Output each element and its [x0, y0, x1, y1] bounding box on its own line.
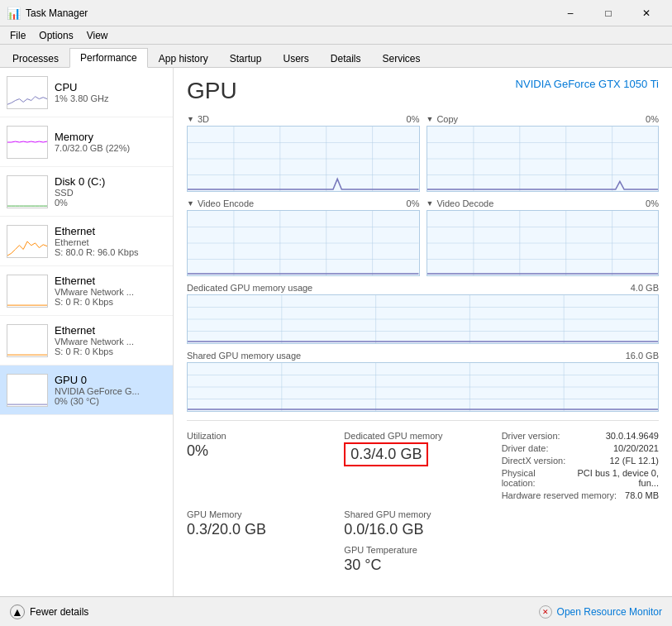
close-button[interactable]: ✕: [627, 0, 665, 26]
tab-performance[interactable]: Performance: [69, 48, 148, 68]
driver-version-value: 30.0.14.9649: [606, 431, 659, 441]
tab-processes[interactable]: Processes: [2, 49, 69, 68]
ethernet2-name: Ethernet: [55, 275, 166, 287]
tab-users[interactable]: Users: [272, 49, 319, 68]
directx-label: DirectX version:: [502, 456, 566, 466]
utilization-value: 0%: [187, 442, 337, 460]
ethernet3-stat: S: 0 R: 0 Kbps: [55, 346, 166, 356]
directx-row: DirectX version: 12 (FL 12.1): [502, 456, 659, 466]
chart-dedicated-label: Dedicated GPU memory usage: [187, 283, 312, 293]
sidebar-item-ethernet1[interactable]: Ethernet Ethernet S: 80.0 R: 96.0 Kbps: [0, 217, 173, 266]
app-title: Task Manager: [26, 7, 88, 19]
physical-location-row: Physical location: PCI bus 1, device 0, …: [502, 468, 659, 488]
fewer-details-label: Fewer details: [30, 606, 88, 618]
tab-app-history[interactable]: App history: [148, 49, 219, 68]
chevron-vdecode-icon: ▼: [427, 199, 434, 208]
gpu-subtitle: NVIDIA GeForce GTX 1050 Ti: [516, 78, 659, 90]
fewer-details-button[interactable]: ▲ Fewer details: [10, 604, 88, 619]
chart-video-encode: ▼ Video Encode 0%: [187, 198, 420, 276]
menu-bar: File Options View: [0, 26, 672, 45]
tab-bar: Processes Performance App history Startu…: [0, 45, 672, 68]
driver-date-row: Driver date: 10/20/2021: [502, 443, 659, 453]
sidebar-item-gpu[interactable]: GPU 0 NVIDIA GeForce G... 0% (30 °C): [0, 366, 173, 415]
minimize-button[interactable]: –: [551, 0, 589, 26]
chart-3d-label-text: ▼ 3D: [187, 114, 209, 124]
cpu-info: CPU 1% 3.80 GHz: [55, 81, 166, 103]
memory-name: Memory: [55, 131, 166, 143]
ethernet2-sub: VMware Network ...: [55, 287, 166, 297]
gpu-sub: NVIDIA GeForce G...: [55, 386, 166, 396]
tab-services[interactable]: Services: [372, 49, 431, 68]
chart-shared-canvas: [187, 362, 659, 412]
sidebar-item-cpu[interactable]: .cpu-fill{fill:none;stroke:#77b;stroke-w…: [0, 68, 173, 117]
disk-stat: 0%: [55, 198, 166, 208]
chevron-copy-icon: ▼: [427, 115, 434, 123]
gpu-temp-label: GPU Temperature: [344, 545, 494, 555]
driver-date-label: Driver date:: [502, 443, 549, 453]
chart-vencode-canvas: [187, 210, 420, 276]
chevron-up-icon: ▲: [10, 604, 25, 619]
menu-options[interactable]: Options: [32, 28, 79, 43]
maximize-button[interactable]: □: [589, 0, 627, 26]
footer: ▲ Fewer details ✕ Open Resource Monitor: [0, 596, 672, 626]
gpu-memory-value: 0.3/20.0 GB: [187, 521, 337, 538]
ethernet2-stat: S: 0 R: 0 Kbps: [55, 297, 166, 307]
chart-3d-label: ▼ 3D 0%: [187, 114, 420, 124]
sidebar-item-memory[interactable]: Memory 7.0/32.0 GB (22%): [0, 117, 173, 167]
cpu-thumbnail: .cpu-fill{fill:none;stroke:#77b;stroke-w…: [7, 76, 48, 109]
stat-utilization: Utilization 0%: [187, 428, 344, 506]
sidebar-item-ethernet3[interactable]: Ethernet VMware Network ... S: 0 R: 0 Kb…: [0, 316, 173, 366]
chart-copy-name: Copy: [436, 114, 458, 124]
title-bar-left: 📊 Task Manager: [7, 7, 88, 20]
chart-vdecode-name: Video Decode: [436, 198, 493, 208]
resource-monitor-icon: ✕: [539, 605, 552, 619]
disk-sub: SSD: [55, 188, 166, 198]
open-resource-monitor-button[interactable]: ✕ Open Resource Monitor: [539, 605, 662, 619]
sidebar-item-disk[interactable]: Disk 0 (C:) SSD 0%: [0, 167, 173, 217]
shared-gpu-memory-value: 0.0/16.0 GB: [344, 521, 494, 538]
chart-copy-label-text: ▼ Copy: [427, 114, 459, 124]
content-area: GPU NVIDIA GeForce GTX 1050 Ti ▼ 3D 0%: [174, 68, 672, 596]
ethernet3-thumbnail: [7, 324, 48, 357]
chart-vdecode-label-text: ▼ Video Decode: [427, 198, 494, 208]
menu-view[interactable]: View: [80, 28, 115, 43]
memory-stat: 7.0/32.0 GB (22%): [55, 143, 166, 153]
chart-vencode-name: Video Encode: [198, 198, 254, 208]
memory-info: Memory 7.0/32.0 GB (22%): [55, 131, 166, 153]
chart-vencode-label: ▼ Video Encode 0%: [187, 198, 420, 208]
ethernet2-thumbnail: [7, 275, 48, 308]
tab-details[interactable]: Details: [320, 49, 372, 68]
dedicated-gpu-label: Dedicated GPU memory: [344, 431, 494, 441]
cpu-stat: 1% 3.80 GHz: [55, 93, 166, 103]
menu-file[interactable]: File: [3, 28, 32, 43]
hardware-reserved-row: Hardware reserved memory: 78.0 MB: [502, 490, 659, 500]
ethernet1-sub: Ethernet: [55, 237, 166, 247]
chart-copy-canvas: [427, 126, 660, 192]
chart-video-decode: ▼ Video Decode 0%: [427, 198, 660, 276]
ethernet3-name: Ethernet: [55, 324, 166, 337]
tab-startup[interactable]: Startup: [219, 49, 273, 68]
stat-driver-info: Driver version: 30.0.14.9649 Driver date…: [502, 428, 659, 506]
chart-copy: ▼ Copy 0%: [427, 114, 660, 192]
hardware-reserved-value: 78.0 MB: [625, 490, 659, 500]
hardware-reserved-label: Hardware reserved memory:: [502, 490, 617, 500]
sidebar-item-ethernet2[interactable]: Ethernet VMware Network ... S: 0 R: 0 Kb…: [0, 266, 173, 316]
chart-3d-percent: 0%: [407, 114, 420, 124]
chart-vdecode-label: ▼ Video Decode 0%: [427, 198, 660, 208]
ethernet3-sub: VMware Network ...: [55, 337, 166, 346]
charts-mid-row: ▼ Video Encode 0%: [187, 198, 659, 276]
shared-gpu-memory-label: Shared GPU memory: [344, 509, 494, 519]
chart-vdecode-percent: 0%: [646, 198, 659, 208]
chart-vencode-label-text: ▼ Video Encode: [187, 198, 254, 208]
chart-dedicated-memory: Dedicated GPU memory usage 4.0 GB: [187, 283, 659, 344]
ethernet1-info: Ethernet Ethernet S: 80.0 R: 96.0 Kbps: [55, 225, 166, 257]
directx-value: 12 (FL 12.1): [609, 456, 659, 466]
stat-shared-gpu-memory: Shared GPU memory 0.0/16.0 GB: [344, 506, 501, 542]
app-icon: 📊: [7, 7, 21, 20]
disk-info: Disk 0 (C:) SSD 0%: [55, 175, 166, 208]
gpu-temp-value: 30 °C: [344, 557, 494, 574]
ethernet2-info: Ethernet VMware Network ... S: 0 R: 0 Kb…: [55, 275, 166, 307]
gpu-stat: 0% (30 °C): [55, 396, 166, 406]
chart-vdecode-canvas: [427, 210, 660, 276]
gpu-memory-label: GPU Memory: [187, 509, 337, 519]
